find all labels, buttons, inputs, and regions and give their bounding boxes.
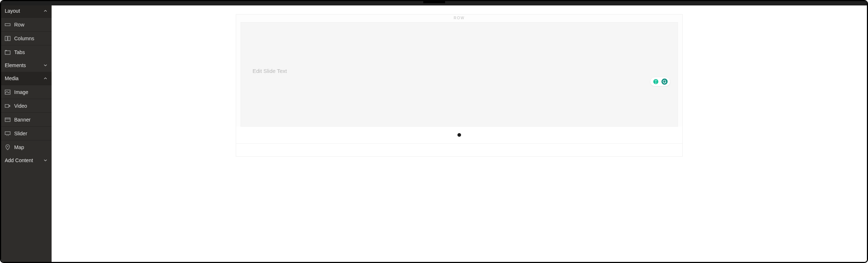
- video-icon: [5, 103, 11, 109]
- sidebar-section-label: Media: [5, 75, 19, 81]
- slide-area[interactable]: Edit Slide Text: [241, 22, 678, 127]
- editor-canvas[interactable]: ROW Edit Slide Text: [52, 1, 867, 262]
- window-topbar: [1, 1, 867, 5]
- slider-pagination: [236, 127, 682, 143]
- columns-icon: [5, 36, 11, 41]
- svg-rect-10: [5, 132, 10, 135]
- sidebar-item-label: Row: [14, 22, 24, 28]
- row-block[interactable]: ROW Edit Slide Text: [236, 14, 683, 157]
- map-icon: [5, 144, 11, 150]
- row-footer: [236, 143, 682, 156]
- banner-icon: [5, 117, 11, 123]
- sidebar-item-tabs[interactable]: Tabs: [1, 45, 52, 59]
- chevron-down-icon: [43, 63, 48, 68]
- grammarly-widget: [650, 77, 670, 86]
- sidebar-section-label: Elements: [5, 62, 26, 68]
- sidebar-section-layout[interactable]: Layout: [1, 4, 52, 17]
- window-notch: [423, 1, 445, 3]
- svg-rect-4: [5, 50, 7, 51]
- svg-point-15: [662, 79, 668, 85]
- sidebar-item-label: Tabs: [14, 49, 25, 55]
- slider-icon: [5, 131, 11, 136]
- sidebar-item-label: Map: [14, 144, 24, 150]
- sidebar-item-label: Banner: [14, 117, 31, 123]
- sidebar-item-map[interactable]: Map: [1, 140, 52, 154]
- sidebar-section-media[interactable]: Media: [1, 72, 52, 85]
- svg-point-12: [8, 135, 9, 136]
- chevron-up-icon: [43, 8, 48, 13]
- sidebar-section-add-content[interactable]: Add Content: [1, 154, 52, 167]
- sidebar-item-columns[interactable]: Columns: [1, 31, 52, 45]
- sidebar: Layout Row Columns: [1, 1, 52, 262]
- sidebar-item-video[interactable]: Video: [1, 99, 52, 112]
- svg-rect-1: [5, 36, 7, 41]
- sidebar-section-label: Add Content: [5, 157, 33, 163]
- sidebar-item-label: Columns: [14, 36, 34, 41]
- row-label: ROW: [236, 15, 682, 21]
- sidebar-section-label: Layout: [5, 8, 20, 14]
- sidebar-item-banner[interactable]: Banner: [1, 112, 52, 126]
- row-icon: [5, 22, 11, 28]
- slider-dot-active[interactable]: [457, 133, 461, 137]
- svg-point-13: [7, 146, 8, 147]
- grammarly-assist-icon[interactable]: [653, 78, 659, 85]
- sidebar-item-slider[interactable]: Slider: [1, 126, 52, 140]
- sidebar-section-elements[interactable]: Elements: [1, 59, 52, 72]
- svg-point-11: [7, 135, 7, 136]
- sidebar-item-image[interactable]: Image: [1, 85, 52, 99]
- slide-text-placeholder[interactable]: Edit Slide Text: [253, 68, 287, 74]
- sidebar-item-label: Slider: [14, 131, 27, 136]
- svg-rect-6: [5, 104, 9, 107]
- svg-rect-2: [8, 36, 10, 41]
- svg-rect-0: [5, 24, 10, 26]
- chevron-up-icon: [43, 76, 48, 81]
- sidebar-item-row[interactable]: Row: [1, 17, 52, 31]
- image-icon: [5, 89, 11, 95]
- chevron-down-icon: [43, 158, 48, 163]
- tabs-icon: [5, 49, 11, 55]
- svg-rect-8: [5, 118, 10, 122]
- sidebar-item-label: Video: [14, 103, 27, 109]
- grammarly-logo-icon[interactable]: [661, 78, 668, 85]
- svg-rect-3: [5, 51, 10, 54]
- sidebar-item-label: Image: [14, 89, 28, 95]
